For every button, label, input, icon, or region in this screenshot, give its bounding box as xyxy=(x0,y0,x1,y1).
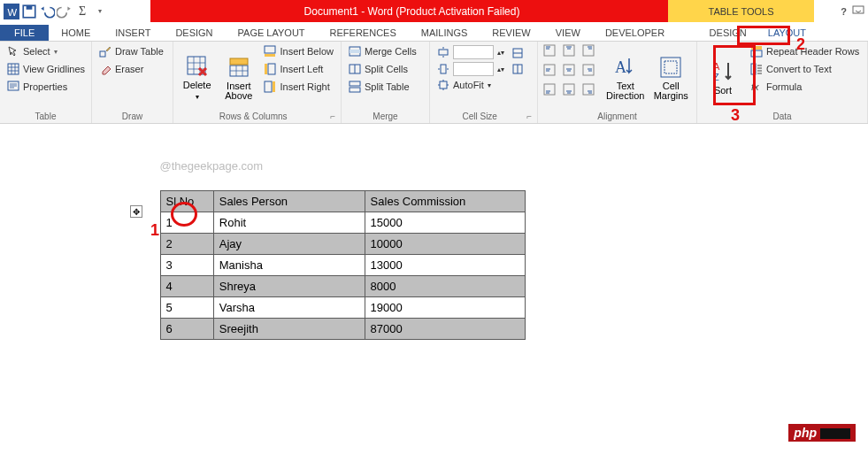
align-top-center-icon[interactable] xyxy=(563,44,575,57)
cell-person[interactable]: Varsha xyxy=(213,297,365,319)
cell-commission[interactable]: 8000 xyxy=(365,276,525,297)
row-height-field[interactable]: ▴▾ xyxy=(435,44,506,60)
col-width-field[interactable]: ▴▾ xyxy=(435,61,506,77)
cellsize-launcher-icon[interactable]: ⌐ xyxy=(524,112,532,121)
align-top-left-icon[interactable] xyxy=(543,44,556,57)
callout-2-number: 2 xyxy=(796,35,805,54)
svg-rect-12 xyxy=(265,54,275,57)
insert-above-button[interactable]: Insert Above xyxy=(220,44,257,111)
table-row[interactable]: 6Sreejith87000 xyxy=(160,319,525,340)
group-data-label: Data xyxy=(703,111,862,121)
group-draw-label: Draw xyxy=(97,111,167,121)
title-bar: W Σ ▾ Document1 - Word (Product Activati… xyxy=(0,0,868,22)
split-cells-label: Split Cells xyxy=(365,64,408,74)
svg-rect-16 xyxy=(273,81,275,92)
view-gridlines-button[interactable]: View Gridlines xyxy=(5,62,87,76)
table-move-handle[interactable]: ✥ xyxy=(130,205,142,218)
cell-commission[interactable]: 13000 xyxy=(365,255,525,276)
align-mid-right-icon[interactable] xyxy=(582,64,595,76)
delete-label: Delete xyxy=(183,81,211,90)
distribute-cols-icon[interactable] xyxy=(511,63,524,75)
draw-table-button[interactable]: Draw Table xyxy=(97,44,165,58)
convert-to-text-label: Convert to Text xyxy=(766,64,832,74)
tab-insert[interactable]: INSERT xyxy=(103,25,163,41)
help-icon[interactable]: ? xyxy=(841,6,847,17)
autofit-button[interactable]: AutoFit ▾ xyxy=(435,78,506,92)
eraser-label: Eraser xyxy=(115,64,143,74)
cell-commission[interactable]: 87000 xyxy=(365,319,525,340)
align-mid-left-icon[interactable] xyxy=(543,64,556,76)
insert-right-button[interactable]: Insert Right xyxy=(262,80,335,94)
svg-rect-32 xyxy=(583,65,594,75)
group-cell-size: ▴▾ ▴▾ AutoFit ▾ Cell Size ⌐ xyxy=(430,42,538,123)
cell-slno[interactable]: 3 xyxy=(160,255,213,276)
select-button[interactable]: Select ▾ xyxy=(5,44,87,58)
insert-left-icon xyxy=(264,63,276,75)
tab-view[interactable]: VIEW xyxy=(543,25,593,41)
cell-person[interactable]: Manisha xyxy=(213,255,365,276)
svg-rect-31 xyxy=(564,65,574,75)
tab-developer[interactable]: DEVELOPER xyxy=(593,25,677,41)
group-rowscols-label: Rows & Columns ⌐ xyxy=(179,111,335,121)
undo-icon[interactable] xyxy=(39,4,55,19)
split-table-button[interactable]: Split Table xyxy=(347,80,419,94)
tab-file[interactable]: FILE xyxy=(0,25,49,41)
insert-left-button[interactable]: Insert Left xyxy=(262,62,335,76)
sigma-icon[interactable]: Σ xyxy=(74,4,90,19)
cell-margins-button[interactable]: Cell Margins xyxy=(651,44,692,111)
cell-slno[interactable]: 4 xyxy=(160,276,213,297)
cell-slno[interactable]: 2 xyxy=(160,234,213,255)
tab-review[interactable]: REVIEW xyxy=(480,25,542,41)
callout-1-circle xyxy=(171,202,197,227)
text-direction-button[interactable]: A Text Direction xyxy=(605,44,646,111)
tab-mailings[interactable]: MAILINGS xyxy=(409,25,480,41)
align-bot-center-icon[interactable] xyxy=(563,83,575,96)
tab-references[interactable]: REFERENCES xyxy=(318,25,409,41)
align-bot-right-icon[interactable] xyxy=(582,83,595,96)
tab-page-layout[interactable]: PAGE LAYOUT xyxy=(226,25,318,41)
svg-rect-30 xyxy=(544,65,555,75)
cell-person[interactable]: Shreya xyxy=(213,276,365,297)
header-commission[interactable]: Sales Commission xyxy=(365,191,525,212)
eraser-button[interactable]: Eraser xyxy=(97,62,165,76)
split-cells-button[interactable]: Split Cells xyxy=(347,62,419,76)
tab-design[interactable]: DESIGN xyxy=(163,25,225,41)
formula-button[interactable]: fxFormula xyxy=(749,80,861,94)
cell-person[interactable]: Rohit xyxy=(213,212,365,234)
cell-commission[interactable]: 10000 xyxy=(365,234,525,255)
delete-button[interactable]: Delete▾ xyxy=(179,44,215,111)
convert-to-text-button[interactable]: Convert to Text xyxy=(749,62,861,76)
context-tab-label: TABLE TOOLS xyxy=(668,0,814,22)
cell-person[interactable]: Sreejith xyxy=(213,319,365,340)
insert-above-label: Insert Above xyxy=(220,81,257,101)
cell-commission[interactable]: 15000 xyxy=(365,212,525,234)
tab-home[interactable]: HOME xyxy=(49,25,103,41)
merge-cells-button[interactable]: Merge Cells xyxy=(347,44,419,58)
draw-table-label: Draw Table xyxy=(115,46,164,57)
cell-commission[interactable]: 19000 xyxy=(365,297,525,319)
ribbon-options-icon[interactable] xyxy=(852,5,864,18)
cell-slno[interactable]: 6 xyxy=(160,319,213,340)
table-row[interactable]: 2Ajay10000 xyxy=(160,234,525,255)
group-draw: Draw Table Eraser Draw xyxy=(92,42,173,123)
properties-button[interactable]: Properties xyxy=(5,80,87,94)
redo-icon[interactable] xyxy=(57,4,73,19)
qat-dropdown-icon[interactable]: ▾ xyxy=(92,4,108,19)
rowscols-launcher-icon[interactable]: ⌐ xyxy=(327,112,335,121)
table-row[interactable]: 1Rohit15000 xyxy=(160,212,525,234)
table-row[interactable]: 3Manisha13000 xyxy=(160,255,525,276)
align-mid-center-icon[interactable] xyxy=(563,64,575,76)
group-table-label: Table xyxy=(5,111,86,121)
header-person[interactable]: Sales Person xyxy=(213,191,365,212)
table-row[interactable]: 4Shreya8000 xyxy=(160,276,525,297)
cell-slno[interactable]: 5 xyxy=(160,297,213,319)
cell-person[interactable]: Ajay xyxy=(213,234,365,255)
properties-icon xyxy=(7,81,19,93)
table-row[interactable]: 5Varsha19000 xyxy=(160,297,525,319)
data-table[interactable]: Sl No Sales Person Sales Commission 1Roh… xyxy=(160,190,526,340)
distribute-rows-icon[interactable] xyxy=(511,47,524,59)
insert-below-button[interactable]: Insert Below xyxy=(262,44,335,58)
save-icon[interactable] xyxy=(21,4,37,19)
align-top-right-icon[interactable] xyxy=(582,44,595,57)
align-bot-left-icon[interactable] xyxy=(543,83,556,96)
